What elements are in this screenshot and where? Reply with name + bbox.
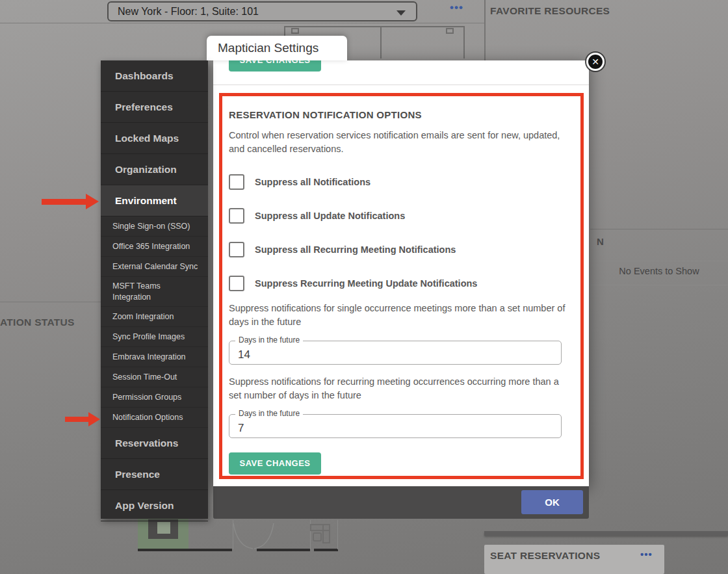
section-heading: RESERVATION NOTIFICATION OPTIONS: [229, 109, 571, 120]
settings-modal: SAVE CHANGES RESERVATION NOTIFICATION OP…: [213, 60, 589, 486]
save-changes-button[interactable]: SAVE CHANGES: [229, 452, 321, 475]
days-future-single-field-wrap: Days in the future: [229, 341, 562, 365]
location-selector[interactable]: New York - Floor: 1, Suite: 101: [107, 1, 417, 21]
menu-item-app-version[interactable]: App Version: [101, 490, 208, 521]
arrow-tip: [88, 412, 100, 426]
single-occurrence-help-text: Suppress notifications for single occurr…: [229, 302, 568, 329]
floorplan-wall: [380, 26, 382, 59]
checkbox-label: Suppress all Update Notifications: [255, 211, 405, 221]
annotation-highlight-box: RESERVATION NOTIFICATION OPTIONS Control…: [219, 93, 584, 479]
section-divider: [0, 302, 101, 302]
field-label: Days in the future: [235, 335, 303, 345]
arrow-tip: [86, 194, 99, 209]
days-future-single-input[interactable]: [229, 341, 561, 364]
menu-item-reservations[interactable]: Reservations: [101, 428, 208, 459]
submenu-item-msft-teams[interactable]: MSFT Teams Integration: [101, 277, 208, 307]
suppress-all-notifications-checkbox[interactable]: [229, 174, 244, 190]
more-options-icon[interactable]: •••: [450, 1, 463, 14]
checkbox-row: Suppress all Notifications: [229, 174, 571, 190]
arrow-body: [65, 417, 88, 422]
checkbox-label: Suppress Recurring Meeting Update Notifi…: [255, 278, 477, 289]
floorplan-desk: [446, 28, 454, 34]
partial-heading-fragment: N: [597, 236, 604, 247]
menu-item-presence[interactable]: Presence: [101, 459, 208, 490]
checkbox-row: Suppress all Update Notifications: [229, 208, 571, 224]
annotation-arrow-environment: [42, 194, 99, 209]
menu-item-dashboards[interactable]: Dashboards: [101, 60, 208, 92]
checkbox-row: Suppress all Recurring Meeting Notificat…: [229, 242, 571, 257]
submenu-item-office365[interactable]: Office 365 Integration: [101, 237, 208, 257]
floorplan-wall: [337, 520, 338, 549]
floorplan-desk: [322, 524, 330, 543]
floorplan-chair: [313, 532, 322, 541]
submenu-item-sync-profile-images[interactable]: Sync Profile Images: [101, 327, 208, 347]
status-heading-fragment: ATION STATUS: [0, 317, 75, 328]
modal-sticky-header: SAVE CHANGES: [213, 60, 589, 85]
seat-reservations-title: SEAT RESERVATIONS: [490, 550, 600, 562]
favorite-resources-title: FAVORITE RESOURCES: [490, 5, 610, 17]
floorplan-door-arcs: [231, 523, 276, 551]
row-divider: [590, 261, 728, 261]
submenu-item-external-calendar-sync[interactable]: External Calendar Sync: [101, 257, 208, 277]
toolbar-divider: [0, 23, 484, 23]
close-icon[interactable]: ✕: [586, 53, 604, 71]
submenu-item-sso[interactable]: Single Sign-on (SSO): [101, 216, 208, 237]
modal-footer: OK: [213, 486, 589, 519]
suppress-recurring-meeting-notifications-checkbox[interactable]: [229, 242, 244, 257]
app-screen: New York - Floor: 1, Suite: 101 ••• FAVO…: [0, 0, 728, 574]
seat-reservations-card: SEAT RESERVATIONS •••: [484, 545, 664, 574]
location-selector-value: New York - Floor: 1, Suite: 101: [118, 6, 259, 18]
suppress-recurring-meeting-update-notifications-checkbox[interactable]: [229, 276, 244, 291]
checkbox-row: Suppress Recurring Meeting Update Notifi…: [229, 276, 571, 291]
floorplan-wall: [314, 549, 338, 551]
submenu-item-embrava-integration[interactable]: Embrava Integration: [101, 347, 208, 367]
menu-item-locked-maps[interactable]: Locked Maps: [101, 123, 208, 154]
chevron-down-icon: [396, 10, 406, 16]
no-events-text: No Events to Show: [590, 266, 728, 276]
settings-menu: Dashboards Preferences Locked Maps Organ…: [101, 60, 208, 519]
recurring-help-text: Suppress notifications for recurring mee…: [229, 375, 568, 402]
seat-reservations-menu-icon[interactable]: •••: [640, 549, 653, 560]
menu-item-organization[interactable]: Organization: [101, 154, 208, 185]
submenu-item-zoom-integration[interactable]: Zoom Integration: [101, 307, 208, 327]
floorplan-desk: [157, 522, 170, 534]
submenu-item-notification-options[interactable]: Notification Options: [101, 408, 208, 428]
menu-item-environment[interactable]: Environment: [101, 185, 208, 216]
days-future-recurring-input[interactable]: [229, 415, 561, 437]
floorplan-wall: [138, 549, 232, 551]
field-label: Days in the future: [235, 409, 303, 418]
ok-button[interactable]: OK: [521, 490, 583, 514]
suppress-update-notifications-checkbox[interactable]: [229, 208, 244, 224]
annotation-arrow-notification-options: [65, 412, 100, 426]
checkbox-label: Suppress all Recurring Meeting Notificat…: [255, 244, 456, 255]
modal-title: Maptician Settings: [207, 36, 347, 60]
days-future-recurring-field-wrap: Days in the future: [229, 414, 562, 438]
panel-divider: [484, 0, 486, 60]
section-divider: [590, 229, 728, 229]
checkbox-label: Suppress all Notifications: [255, 177, 370, 187]
row-divider: [590, 285, 728, 285]
submenu-item-permission-groups[interactable]: Permission Groups: [101, 387, 208, 408]
save-changes-button-top[interactable]: SAVE CHANGES: [229, 60, 321, 72]
floorplan-desk: [291, 28, 299, 34]
arrow-body: [42, 199, 86, 205]
panel-edge-shadow: [484, 531, 728, 536]
submenu-item-session-time-out[interactable]: Session Time-Out: [101, 367, 208, 387]
section-description: Control when reservation services notifi…: [229, 129, 568, 156]
menu-item-preferences[interactable]: Preferences: [101, 92, 208, 123]
